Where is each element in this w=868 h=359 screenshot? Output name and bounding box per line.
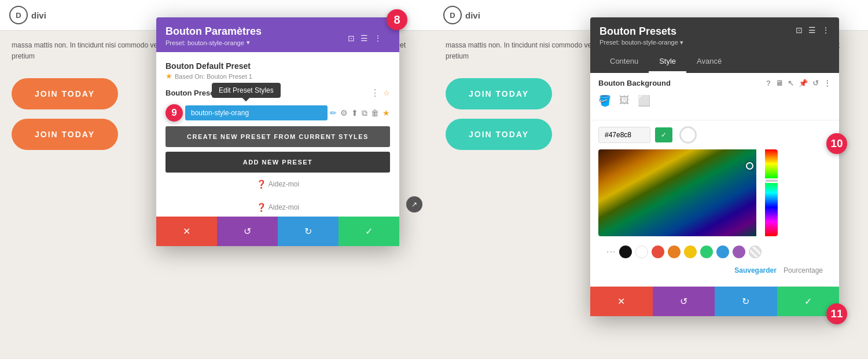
bg-cursor-icon[interactable]: ↖: [788, 79, 794, 87]
right-modal: 10 Bouton Presets Preset: bouton-style-o…: [590, 17, 839, 316]
save-link[interactable]: Sauvegarder: [734, 266, 777, 274]
right-footer-close-btn[interactable]: ✕: [590, 287, 653, 316]
swatch-yellow[interactable]: [684, 246, 697, 258]
tab-avance[interactable]: Avancé: [686, 51, 732, 73]
pourcentage-link[interactable]: Pourcentage: [784, 266, 823, 274]
header-icon-3[interactable]: ⋮: [374, 34, 382, 43]
preset-action-icons: ✏ ⚙ ⬆ ⧉ 🗑 ★: [330, 108, 390, 118]
left-modal-header: Bouton Paramètres Preset: bouton-style-o…: [156, 17, 399, 52]
presets-icon-2[interactable]: ☰: [808, 25, 816, 35]
bg-monitor-icon[interactable]: 🖥: [775, 79, 783, 87]
right-footer-redo-btn[interactable]: ↻: [715, 287, 777, 316]
picker-cursor: [746, 162, 753, 170]
swatch-purple[interactable]: [733, 246, 745, 258]
presets-tabs: Contenu Style Avancé: [599, 51, 830, 73]
swatch-green[interactable]: [700, 246, 713, 258]
tab-style[interactable]: Style: [649, 51, 686, 73]
step-badge-11: 11: [826, 303, 847, 324]
presets-icon-3[interactable]: ⋮: [822, 25, 830, 35]
left-join-btn-2[interactable]: JOIN TODAY: [12, 119, 118, 150]
swatch-blue[interactable]: [716, 246, 729, 258]
presets-icon-1[interactable]: ⊡: [796, 25, 803, 35]
star-icon-default: ★: [165, 72, 172, 80]
divi-logo-right: D: [443, 6, 462, 24]
swatch-white[interactable]: [635, 246, 648, 258]
color-confirm-btn[interactable]: ✓: [655, 127, 672, 142]
step-badge-9: 9: [165, 104, 183, 122]
color-swatches: ···: [598, 241, 831, 263]
right-panel: D divi massa mattis non. In tincidunt ni…: [434, 0, 868, 359]
color-hex-row: ✓: [598, 126, 831, 144]
color-circle-indicator: [679, 126, 697, 144]
divi-logo-left: D: [9, 6, 28, 24]
swatch-black[interactable]: [619, 246, 632, 258]
star-active-icon[interactable]: ★: [382, 108, 390, 118]
preset-default-title: Bouton Default Preset: [165, 61, 390, 71]
help-icon-2: ❓: [256, 203, 266, 212]
left-modal: 8 Bouton Paramètres Preset: bouton-style…: [156, 17, 399, 246]
bg-pin-icon[interactable]: 📌: [799, 79, 808, 87]
left-join-btn-1[interactable]: JOIN TODAY: [12, 78, 118, 109]
bg-help-icon[interactable]: ?: [766, 79, 771, 87]
right-modal-header: Bouton Presets Preset: bouton-style-oran…: [590, 17, 839, 73]
left-panel: D divi massa mattis non. In tincidunt ni…: [0, 0, 434, 359]
right-modal-footer: ✕ ↺ ↻ ✓ 11: [590, 287, 839, 316]
swatch-transparent[interactable]: [749, 246, 762, 258]
presets-header-top: Bouton Presets Preset: bouton-style-oran…: [599, 25, 830, 46]
left-modal-body: Bouton Default Preset ★ Based On: Bouton…: [156, 52, 399, 198]
footer-close-btn[interactable]: ✕: [156, 217, 217, 246]
footer-undo-btn[interactable]: ↺: [217, 217, 278, 246]
bg-section-header: Bouton Background ? 🖥 ↖ 📌 ↺ ⋮: [598, 79, 831, 87]
settings-icon[interactable]: ⚙: [340, 108, 348, 118]
header-icon-2[interactable]: ☰: [361, 34, 368, 43]
scroll-icon: ↗: [406, 196, 422, 213]
add-preset-btn[interactable]: ADD NEW PRESET: [165, 152, 390, 173]
swatch-red[interactable]: [652, 246, 664, 258]
left-modal-actions: ⊡ ☰ ⋮: [348, 34, 382, 43]
left-modal-footer: ✕ ↺ ↻ ✓: [156, 217, 399, 246]
right-join-btn-2[interactable]: JOIN TODAY: [446, 119, 552, 150]
divi-text-left: divi: [31, 10, 46, 20]
presets-title: Bouton Presets: [599, 25, 683, 38]
preset-menu-icon[interactable]: ⋮: [370, 87, 380, 98]
create-preset-btn[interactable]: CREATE NEW PRESET FROM CURRENT STYLES: [165, 126, 390, 147]
presets-header-icons: ⊡ ☰ ⋮: [796, 25, 830, 35]
bg-more-icon[interactable]: ⋮: [823, 79, 831, 87]
footer-check-btn[interactable]: ✓: [339, 217, 399, 246]
bg-section-icons: ? 🖥 ↖ 📌 ↺ ⋮: [766, 79, 831, 87]
presets-sub: Preset: bouton-style-orange ▾: [599, 39, 683, 46]
copy-icon[interactable]: ⧉: [362, 108, 367, 118]
bg-section: Bouton Background ? 🖥 ↖ 📌 ↺ ⋮ 🪣 🖼 ⬜: [590, 73, 839, 120]
preset-based-on: ★ Based On: Bouton Preset 1: [165, 72, 390, 80]
tab-contenu[interactable]: Contenu: [599, 51, 649, 73]
swatch-orange[interactable]: [668, 246, 681, 258]
color-fill-icon[interactable]: 🪣: [598, 94, 611, 107]
preset-name-input[interactable]: [185, 105, 328, 120]
delete-icon[interactable]: 🗑: [371, 108, 379, 118]
more-swatches[interactable]: ···: [606, 247, 616, 257]
upload-icon[interactable]: ⬆: [351, 108, 358, 118]
bottom-help[interactable]: ❓ Aidez-moi: [156, 198, 399, 217]
help-link-1[interactable]: ❓ Aidez-moi: [165, 179, 390, 189]
color-gradient-icon[interactable]: ⬜: [638, 94, 650, 107]
divi-text-right: divi: [465, 10, 480, 20]
hue-thumb[interactable]: [764, 178, 778, 183]
step-badge-10: 10: [826, 133, 847, 154]
color-hex-input[interactable]: [598, 127, 650, 143]
save-row: Sauvegarder Pourcentage: [598, 263, 831, 280]
color-picker-area: ✓ ···: [590, 120, 839, 286]
preset-default-section: Bouton Default Preset ★ Based On: Bouton…: [165, 61, 390, 80]
color-canvas[interactable]: [598, 149, 778, 236]
color-image-icon[interactable]: 🖼: [619, 94, 630, 107]
footer-redo-btn[interactable]: ↻: [278, 217, 339, 246]
header-icon-1[interactable]: ⊡: [348, 34, 355, 43]
step-badge-8: 8: [387, 9, 407, 30]
edit-icon[interactable]: ✏: [330, 108, 337, 118]
bg-reset-icon[interactable]: ↺: [812, 79, 819, 87]
preset-1-star[interactable]: ☆: [383, 89, 390, 97]
right-footer-undo-btn[interactable]: ↺: [653, 287, 715, 316]
right-join-btn-1[interactable]: JOIN TODAY: [446, 78, 552, 109]
edit-tooltip: Edit Preset Styles: [212, 83, 281, 98]
help-icon-1: ❓: [256, 179, 266, 189]
color-type-icons: 🪣 🖼 ⬜: [598, 92, 831, 109]
